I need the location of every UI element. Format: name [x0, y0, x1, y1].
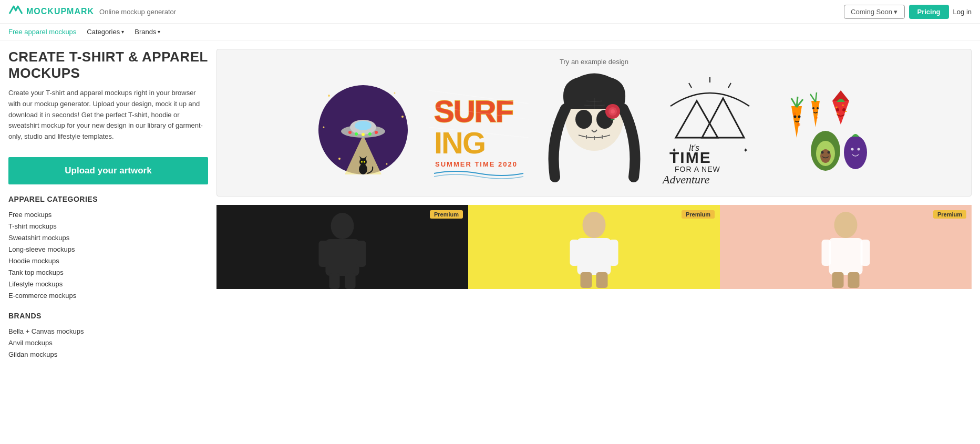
svg-rect-92: [581, 272, 592, 288]
svg-point-56: [798, 116, 800, 118]
sweatshirt-mockups-link[interactable]: Sweatshirt mockups: [8, 234, 69, 242]
content-area: Try an example design: [216, 49, 972, 370]
svg-rect-96: [829, 238, 863, 275]
svg-point-53: [793, 112, 796, 116]
design-veggies[interactable]: [773, 72, 878, 188]
svg-point-11: [348, 131, 352, 134]
tanktop-mockups-link[interactable]: Tank top mockups: [8, 269, 64, 276]
svg-text:Adventure: Adventure: [662, 173, 710, 185]
svg-point-55: [793, 116, 796, 118]
list-item: Tank top mockups: [8, 266, 208, 278]
list-item: Anvil mockups: [8, 337, 208, 348]
nav-brands-dropdown[interactable]: Brands ▾: [135, 28, 160, 36]
design-picker-label: Try an example design: [225, 58, 963, 66]
header-right: Coming Soon ▾ Pricing Log in: [844, 5, 972, 19]
brands-list: Bella + Canvas mockups Anvil mockups Gil…: [8, 325, 208, 360]
svg-point-71: [842, 108, 845, 111]
mockup-card-peach[interactable]: Premium: [720, 205, 972, 289]
svg-line-41: [689, 83, 692, 88]
nav-categories-dropdown[interactable]: Categories ▾: [87, 28, 124, 36]
list-item: Bella + Canvas mockups: [8, 325, 208, 337]
design-skull-girl[interactable]: [542, 72, 647, 188]
svg-line-59: [816, 92, 817, 102]
svg-text:FOR A NEW: FOR A NEW: [675, 165, 720, 173]
hoodie-mockups-link[interactable]: Hoodie mockups: [8, 257, 59, 265]
svg-point-10: [355, 121, 372, 130]
svg-point-95: [834, 212, 858, 238]
lifestyle-mockups-link[interactable]: Lifestyle mockups: [8, 280, 63, 288]
page-description: Create your T-shirt and apparel mockups …: [8, 88, 208, 142]
svg-point-2: [394, 92, 395, 94]
svg-point-77: [844, 136, 867, 169]
svg-point-54: [797, 123, 800, 126]
svg-point-17: [359, 158, 367, 166]
design-surfing[interactable]: SURF ING SUMMER TIME 2020: [426, 72, 531, 188]
nav-free-apparel[interactable]: Free apparel mockups: [8, 28, 76, 36]
svg-point-88: [583, 212, 606, 238]
longsleeve-mockups-link[interactable]: Long-sleeve mockups: [8, 245, 75, 253]
premium-badge-yellow: Premium: [682, 210, 715, 219]
gildan-link[interactable]: Gildan mockups: [8, 350, 57, 358]
svg-point-62: [812, 107, 814, 109]
coming-soon-button[interactable]: Coming Soon ▾: [844, 5, 904, 19]
sidebar: CREATE T-SHIRT & APPAREL MOCKUPS Create …: [8, 49, 208, 370]
mockup-card-black[interactable]: Premium: [216, 205, 468, 289]
svg-text:SUMMER TIME 2020: SUMMER TIME 2020: [435, 160, 518, 168]
svg-point-76: [827, 151, 830, 154]
svg-point-3: [401, 116, 404, 118]
svg-rect-93: [596, 272, 608, 288]
list-item: Hoodie mockups: [8, 255, 208, 266]
mockup-card-yellow[interactable]: Premium: [468, 205, 720, 289]
svg-point-12: [355, 132, 358, 136]
svg-point-60: [813, 109, 815, 111]
apparel-categories-list: Free mockups T-shirt mockups Sweatshirt …: [8, 209, 208, 301]
login-button[interactable]: Log in: [953, 8, 972, 16]
svg-point-1: [328, 95, 330, 97]
tshirt-mockups-link[interactable]: T-shirt mockups: [8, 222, 57, 230]
svg-point-20: [361, 161, 363, 163]
pricing-button[interactable]: Pricing: [909, 5, 949, 19]
svg-rect-85: [329, 273, 340, 289]
design-adventure[interactable]: It's TIME FOR A NEW Adventure ✦ ✦: [657, 72, 762, 188]
svg-rect-98: [861, 240, 870, 266]
logo-text: MOCKUPMARK: [26, 7, 94, 16]
list-item: E-commerce mockups: [8, 290, 208, 301]
svg-marker-57: [811, 101, 820, 127]
anvil-link[interactable]: Anvil mockups: [8, 339, 53, 347]
list-item: Lifestyle mockups: [8, 278, 208, 290]
svg-text:SURF: SURF: [434, 94, 513, 128]
svg-point-5: [338, 158, 341, 160]
svg-rect-97: [822, 240, 831, 266]
list-item: Free mockups: [8, 209, 208, 220]
design-ufo[interactable]: [311, 72, 416, 188]
svg-marker-39: [702, 98, 744, 138]
mockup-row: Premium Premium: [216, 205, 972, 289]
list-item: T-shirt mockups: [8, 220, 208, 232]
svg-point-13: [362, 133, 365, 136]
svg-point-63: [817, 107, 819, 109]
free-mockups-link[interactable]: Free mockups: [8, 211, 51, 219]
svg-rect-84: [357, 241, 366, 267]
svg-point-61: [816, 117, 818, 119]
svg-rect-99: [832, 272, 844, 288]
tagline: Online mockup generator: [99, 8, 176, 16]
svg-rect-89: [577, 238, 611, 275]
svg-point-14: [368, 132, 372, 136]
chevron-down-icon-2: ▾: [158, 29, 160, 35]
svg-text:✦: ✦: [743, 147, 748, 154]
svg-rect-100: [848, 272, 860, 288]
ecommerce-mockups-link[interactable]: E-commerce mockups: [8, 292, 76, 300]
svg-rect-82: [326, 239, 359, 276]
svg-point-70: [836, 108, 839, 111]
logo[interactable]: MOCKUPMARK: [8, 4, 94, 19]
svg-point-79: [857, 148, 860, 151]
apparel-categories-title: APPAREL CATEGORIES: [8, 195, 208, 203]
svg-rect-86: [345, 273, 356, 289]
brands-title: BRANDS: [8, 312, 208, 320]
svg-rect-91: [609, 240, 618, 266]
list-item: Long-sleeve mockups: [8, 243, 208, 255]
upload-artwork-button[interactable]: Upload your artwork: [8, 157, 208, 184]
logo-icon: [8, 4, 23, 19]
bella-canvas-link[interactable]: Bella + Canvas mockups: [8, 327, 84, 335]
svg-point-6: [386, 163, 387, 165]
